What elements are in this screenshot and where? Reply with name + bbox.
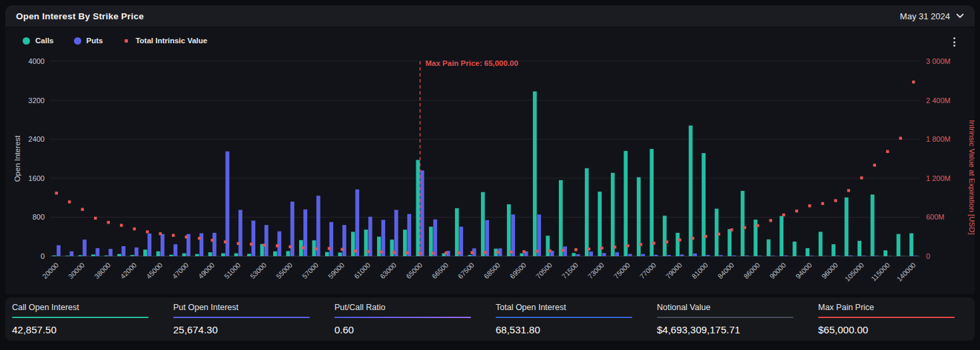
intrinsic-value-dot (68, 200, 71, 203)
intrinsic-value-dot (172, 234, 175, 237)
x-axis-label: 75000 (612, 261, 632, 280)
x-axis-label: 59000 (326, 261, 346, 280)
legend-item[interactable]: Total Intrinsic Value (123, 37, 207, 45)
kebab-menu-button[interactable] (948, 35, 960, 49)
legend-label: Calls (35, 37, 54, 45)
call-bar (455, 208, 459, 256)
intrinsic-value-dot (756, 224, 759, 227)
legend: Calls Puts Total Intrinsic Value (23, 37, 207, 45)
call-bar (728, 229, 732, 256)
call-bar (53, 256, 57, 256)
x-axis-label: 69500 (508, 261, 528, 280)
put-bar (745, 256, 749, 256)
put-bar (161, 234, 165, 256)
stat-underline (657, 317, 793, 318)
call-bar (883, 250, 887, 256)
intrinsic-value-dot (198, 237, 201, 240)
x-axis-label: 47000 (171, 261, 190, 280)
intrinsic-value-dot (470, 251, 473, 254)
put-bar (277, 232, 281, 256)
left-axis-tick: 800 (33, 213, 45, 221)
left-axis-tick: 4000 (29, 57, 45, 65)
intrinsic-value-dot (107, 221, 110, 224)
intrinsic-value-dot (444, 252, 447, 254)
intrinsic-value-dot (237, 242, 239, 245)
left-axis-tick: 1600 (29, 174, 45, 182)
put-bar (771, 256, 775, 256)
right-axis-title: Intrinsic Value at Expiration [USD] (968, 120, 975, 234)
stat-block: Call Open Interest 42,857.50 (5, 303, 167, 335)
legend-marker-icon (125, 39, 128, 43)
legend-item[interactable]: Puts (74, 37, 103, 45)
stat-value: 68,531.80 (496, 324, 650, 335)
summary-stats-bar: Call Open Interest 42,857.50 Put Open In… (5, 297, 975, 341)
x-axis-label: 94000 (794, 261, 813, 280)
call-bar (533, 91, 537, 256)
legend-label: Puts (87, 37, 103, 45)
x-axis-label: 86000 (742, 261, 761, 280)
right-axis-tick: 1 200M (926, 174, 951, 182)
x-axis-label: 20000 (41, 261, 60, 280)
put-bar (57, 246, 61, 256)
intrinsic-value-dot (340, 248, 343, 251)
intrinsic-value-dot (406, 252, 408, 254)
put-bar (849, 256, 853, 256)
call-bar (624, 151, 628, 256)
right-axis-tick: 3 000M (926, 57, 951, 65)
left-axis-title: Open Interest (13, 135, 21, 182)
call-bar (546, 236, 550, 256)
stat-value: 42,857.50 (12, 324, 167, 335)
put-bar (654, 255, 658, 256)
intrinsic-value-dot (380, 250, 382, 253)
put-bar (836, 256, 840, 256)
intrinsic-value-dot (120, 224, 123, 226)
legend-marker-icon (74, 37, 81, 45)
call-bar (143, 250, 147, 256)
stat-block: Notional Value $4,693,309,175.71 (650, 303, 811, 335)
stat-block: Max Pain Price $65,000.00 (811, 303, 973, 335)
put-bar (719, 256, 723, 256)
intrinsic-value-dot (185, 236, 187, 238)
chevron-down-icon (956, 13, 964, 19)
call-bar (286, 251, 290, 256)
intrinsic-value-dot (432, 252, 434, 254)
intrinsic-value-dot (834, 199, 837, 202)
x-axis-label: 77000 (638, 261, 658, 280)
call-bar (559, 180, 563, 256)
x-axis-label: 115000 (869, 261, 891, 283)
intrinsic-value-dot (366, 250, 369, 253)
call-bar (779, 216, 783, 256)
x-axis-label: 70500 (534, 261, 554, 280)
right-axis-tick: 600M (926, 213, 945, 221)
call-bar (209, 252, 213, 256)
intrinsic-value-dot (484, 251, 486, 254)
call-bar (117, 254, 121, 256)
intrinsic-value-dot (314, 248, 317, 250)
x-axis-label: 42000 (119, 261, 138, 280)
call-bar (871, 194, 875, 256)
put-bar (83, 240, 87, 256)
intrinsic-value-dot (626, 244, 629, 247)
stat-value: 0.60 (334, 324, 489, 335)
intrinsic-value-dot (718, 233, 720, 236)
put-bar (420, 170, 424, 256)
x-axis-label: 73000 (586, 261, 606, 280)
intrinsic-value-dot (795, 210, 798, 212)
intrinsic-value-dot (146, 230, 149, 233)
legend-item[interactable]: Calls (23, 37, 54, 45)
intrinsic-value-dot (769, 219, 772, 222)
x-axis-label: 84000 (716, 261, 735, 280)
x-axis-label: 30000 (67, 261, 86, 280)
call-bar (689, 126, 693, 256)
put-bar (914, 256, 918, 256)
put-bar (394, 210, 398, 256)
x-axis-label: 68500 (482, 261, 502, 280)
expiry-date-selector[interactable]: May 31 2024 (900, 11, 964, 21)
call-bar (897, 234, 901, 256)
x-axis-label: 53000 (248, 261, 268, 280)
call-bar (65, 256, 69, 256)
stat-underline (818, 317, 955, 318)
intrinsic-value-dot (328, 247, 330, 250)
right-axis-tick: 0 (926, 252, 930, 260)
put-bar (511, 214, 515, 256)
